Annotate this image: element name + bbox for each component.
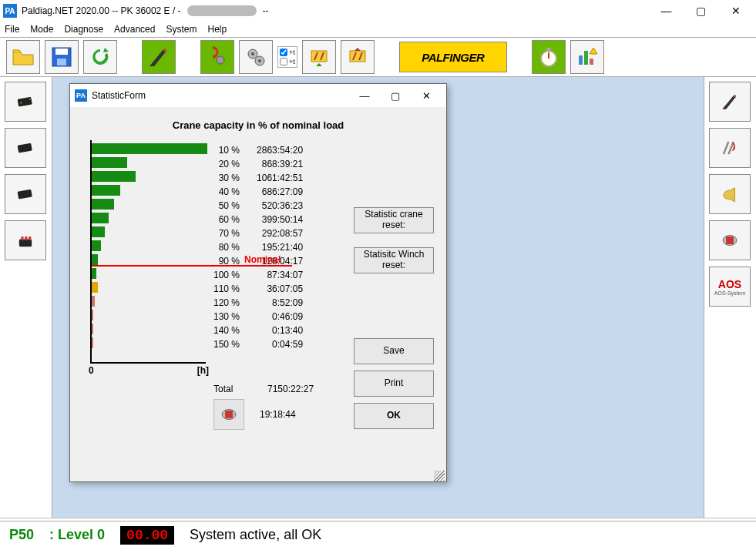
chart-title: Crane capacity in % of nominal load [78,115,438,140]
bar-50 [92,199,114,210]
menu-file[interactable]: File [5,24,19,35]
svg-point-7 [251,52,254,55]
resize-grip[interactable] [434,471,445,481]
bar-60 [92,213,109,223]
ok-button[interactable]: OK [354,403,434,429]
bar-150 [92,337,93,348]
svg-rect-10 [350,51,365,62]
close-button[interactable]: ✕ [718,0,753,22]
redacted-region [187,5,257,16]
menu-help[interactable]: Help [207,24,227,35]
menu-bar: File Mode Diagnose Advanced System Help [0,22,756,37]
svg-rect-25 [29,236,31,240]
app-icon: PA [3,4,17,18]
time-toggle-group: +t +t [277,46,297,68]
client-area: AOSAOS-System PA StatisticForm — ▢ ✕ Cra… [0,77,756,518]
bar-40 [92,185,120,196]
statistic-dialog: PA StatisticForm — ▢ ✕ Crane capacity in… [69,83,447,482]
svg-rect-21 [18,189,32,200]
svg-rect-20 [18,143,32,153]
winch-value: 19:18:44 [260,409,296,420]
status-msg: System active, all OK [190,527,321,543]
bar-100 [92,268,96,279]
nominal-label: Nominal [244,254,281,265]
toolbar: +t +t PALFINGER [0,37,756,77]
winch-button[interactable] [709,220,751,260]
menu-advanced[interactable]: Advanced [114,24,155,35]
svg-rect-2 [57,59,66,65]
checkbox-plus-t-2[interactable]: +t [280,58,295,65]
window-title-trail: -- [263,5,269,16]
svg-rect-9 [311,51,327,62]
status-bar: P50 : Level 0 00.00 System active, all O… [0,521,756,548]
print-button[interactable]: Print [354,371,434,397]
svg-point-19 [29,99,31,100]
horn-button[interactable] [709,174,751,214]
svg-point-18 [21,102,22,104]
save-button[interactable] [45,40,79,74]
dialog-minimize-button[interactable]: — [349,85,380,106]
dialog-close-button[interactable]: ✕ [411,85,442,106]
svg-rect-24 [25,236,27,240]
hook-linkage-button[interactable] [200,40,234,74]
save-button-dlg[interactable]: Save [354,338,434,364]
svg-point-8 [258,59,261,62]
diag-panel-1[interactable] [5,82,46,122]
status-counter: 00.00 [120,526,174,545]
aos-button[interactable]: AOSAOS-System [709,267,751,307]
checkbox-plus-t-1[interactable]: +t [280,49,295,56]
stat-crane-reset-button[interactable]: Statistic crane reset: [354,207,434,233]
bar-10 [92,143,207,154]
svg-line-27 [724,142,729,154]
stat-winch-reset-button[interactable]: Statisitc Winch reset: [354,247,434,273]
left-panel [0,77,52,518]
bar-90 [92,254,98,265]
dialog-maximize-button[interactable]: ▢ [380,85,411,106]
remote-control-button[interactable] [5,220,46,260]
refresh-button[interactable] [83,40,117,74]
svg-rect-17 [18,97,32,107]
status-p: P50 [9,527,34,543]
svg-point-4 [217,56,224,64]
config-up-button[interactable] [341,40,375,74]
diag-panel-2[interactable] [5,128,46,168]
svg-rect-32 [225,411,233,418]
bar-140 [92,324,93,334]
bar-30 [92,171,136,182]
dialog-title-bar: PA StatisticForm — ▢ ✕ [70,84,446,107]
crane-arm-button[interactable] [142,40,176,74]
svg-rect-23 [21,236,23,240]
bar-110 [92,282,98,293]
diag-panel-3[interactable] [5,174,46,214]
svg-rect-12 [546,48,551,50]
svg-point-3 [163,49,166,52]
levers-button[interactable] [709,128,751,168]
config-down-button[interactable] [302,40,336,74]
minimize-button[interactable]: — [649,0,684,22]
total-value: 7150:22:27 [267,384,314,394]
bar-120 [92,296,95,307]
svg-point-26 [734,95,736,97]
maximize-button[interactable]: ▢ [684,0,718,22]
axis-origin-label: 0 [89,365,94,376]
crane-arm-button-r[interactable] [709,82,751,122]
gears-button[interactable] [239,40,273,74]
title-bar: PA Paldiag.NET 2020.00 -- PK 36002 E / -… [0,0,756,22]
window-title: Paldiag.NET 2020.00 -- PK 36002 E / - [22,5,181,16]
status-level: : Level 0 [49,527,105,543]
winch-icon [213,399,244,430]
bar-20 [92,157,127,168]
menu-diagnose[interactable]: Diagnose [64,24,103,35]
brand-logo: PALFINGER [399,42,507,72]
bar-80 [92,240,101,251]
stopwatch-button[interactable] [532,40,566,74]
barchart-warn-button[interactable] [570,40,604,74]
right-panel: AOSAOS-System [704,77,756,518]
open-folder-button[interactable] [6,40,40,74]
axis-unit-label: [h] [197,365,209,376]
menu-system[interactable]: System [166,24,197,35]
menu-mode[interactable]: Mode [30,24,53,35]
svg-rect-14 [579,55,583,65]
dialog-title: StatisticForm [92,90,146,101]
svg-rect-1 [55,49,68,55]
